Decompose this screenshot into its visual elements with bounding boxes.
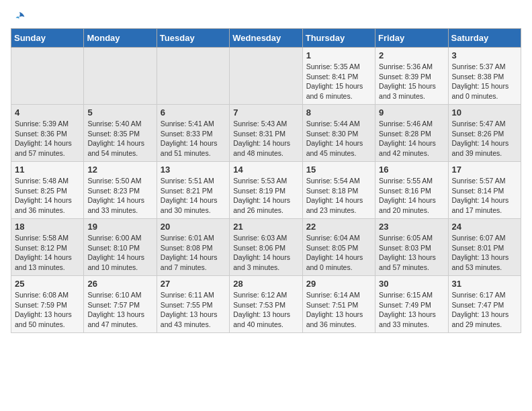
day-info: Sunrise: 5:58 AM Sunset: 8:12 PM Dayligh… [15,233,80,273]
day-number: 22 [306,222,371,232]
page: SundayMondayTuesdayWednesdayThursdayFrid… [0,0,532,340]
day-number: 26 [87,279,152,289]
week-row-1: 1Sunrise: 5:35 AM Sunset: 8:41 PM Daylig… [11,48,521,105]
day-number: 12 [87,165,152,175]
calendar-cell: 11Sunrise: 5:48 AM Sunset: 8:25 PM Dayli… [11,162,84,219]
calendar-cell: 21Sunrise: 6:03 AM Sunset: 8:06 PM Dayli… [230,219,302,276]
day-number: 10 [452,107,517,118]
calendar-cell: 8Sunrise: 5:44 AM Sunset: 8:30 PM Daylig… [302,105,375,162]
day-info: Sunrise: 6:03 AM Sunset: 8:06 PM Dayligh… [233,233,298,273]
day-info: Sunrise: 6:11 AM Sunset: 7:55 PM Dayligh… [161,290,226,330]
calendar-cell: 31Sunrise: 6:17 AM Sunset: 7:47 PM Dayli… [448,276,521,333]
day-info: Sunrise: 5:55 AM Sunset: 8:16 PM Dayligh… [379,176,444,216]
calendar-header: SundayMondayTuesdayWednesdayThursdayFrid… [11,29,521,48]
calendar-cell: 7Sunrise: 5:43 AM Sunset: 8:31 PM Daylig… [230,105,302,162]
day-info: Sunrise: 5:44 AM Sunset: 8:30 PM Dayligh… [306,119,371,158]
day-info: Sunrise: 5:48 AM Sunset: 8:25 PM Dayligh… [15,176,80,216]
day-number: 20 [161,222,226,232]
day-number: 13 [161,165,226,175]
calendar-cell: 27Sunrise: 6:11 AM Sunset: 7:55 PM Dayli… [157,276,229,333]
header [11,11,521,26]
day-info: Sunrise: 5:47 AM Sunset: 8:26 PM Dayligh… [452,119,517,158]
day-number: 15 [306,165,371,175]
day-info: Sunrise: 5:50 AM Sunset: 8:23 PM Dayligh… [87,176,152,216]
day-info: Sunrise: 6:15 AM Sunset: 7:49 PM Dayligh… [379,290,444,330]
day-number: 21 [233,222,298,232]
day-info: Sunrise: 6:04 AM Sunset: 8:05 PM Dayligh… [306,233,371,273]
day-number: 5 [87,107,152,118]
calendar-cell: 17Sunrise: 5:57 AM Sunset: 8:14 PM Dayli… [448,162,521,219]
day-info: Sunrise: 6:14 AM Sunset: 7:51 PM Dayligh… [306,290,371,330]
calendar-cell: 12Sunrise: 5:50 AM Sunset: 8:23 PM Dayli… [84,162,157,219]
day-number: 19 [87,222,152,232]
logo-icon [12,11,27,26]
calendar-cell: 9Sunrise: 5:46 AM Sunset: 8:28 PM Daylig… [375,105,448,162]
day-info: Sunrise: 5:53 AM Sunset: 8:19 PM Dayligh… [233,176,298,216]
calendar: SundayMondayTuesdayWednesdayThursdayFrid… [11,28,521,333]
calendar-body: 1Sunrise: 5:35 AM Sunset: 8:41 PM Daylig… [11,48,521,333]
calendar-cell: 6Sunrise: 5:41 AM Sunset: 8:33 PM Daylig… [157,105,229,162]
calendar-cell: 26Sunrise: 6:10 AM Sunset: 7:57 PM Dayli… [84,276,157,333]
day-info: Sunrise: 5:51 AM Sunset: 8:21 PM Dayligh… [161,176,226,216]
day-info: Sunrise: 6:07 AM Sunset: 8:01 PM Dayligh… [452,233,517,273]
day-number: 9 [379,107,444,118]
calendar-cell: 14Sunrise: 5:53 AM Sunset: 8:19 PM Dayli… [230,162,302,219]
calendar-cell: 13Sunrise: 5:51 AM Sunset: 8:21 PM Dayli… [157,162,229,219]
calendar-cell: 2Sunrise: 5:36 AM Sunset: 8:39 PM Daylig… [375,48,448,105]
day-number: 30 [379,279,444,289]
day-number: 8 [306,107,371,118]
day-info: Sunrise: 6:08 AM Sunset: 7:59 PM Dayligh… [15,290,80,330]
day-number: 31 [452,279,517,289]
calendar-cell: 23Sunrise: 6:05 AM Sunset: 8:03 PM Dayli… [375,219,448,276]
day-info: Sunrise: 5:40 AM Sunset: 8:35 PM Dayligh… [87,119,152,158]
calendar-cell: 15Sunrise: 5:54 AM Sunset: 8:18 PM Dayli… [302,162,375,219]
calendar-cell: 28Sunrise: 6:12 AM Sunset: 7:53 PM Dayli… [230,276,302,333]
day-number: 3 [452,50,517,60]
calendar-cell [84,48,157,105]
day-info: Sunrise: 5:37 AM Sunset: 8:38 PM Dayligh… [452,62,517,101]
weekday-header-friday: Friday [375,29,448,48]
week-row-4: 18Sunrise: 5:58 AM Sunset: 8:12 PM Dayli… [11,219,521,276]
day-number: 11 [15,165,80,175]
calendar-cell [157,48,229,105]
day-info: Sunrise: 6:10 AM Sunset: 7:57 PM Dayligh… [87,290,152,330]
day-number: 2 [379,50,444,60]
weekday-header-tuesday: Tuesday [157,29,229,48]
day-number: 24 [452,222,517,232]
day-info: Sunrise: 5:46 AM Sunset: 8:28 PM Dayligh… [379,119,444,158]
day-number: 23 [379,222,444,232]
day-number: 6 [161,107,226,118]
calendar-cell: 24Sunrise: 6:07 AM Sunset: 8:01 PM Dayli… [448,219,521,276]
day-number: 27 [161,279,226,289]
day-number: 14 [233,165,298,175]
calendar-cell: 3Sunrise: 5:37 AM Sunset: 8:38 PM Daylig… [448,48,521,105]
day-number: 29 [306,279,371,289]
weekday-header-saturday: Saturday [448,29,521,48]
day-info: Sunrise: 6:00 AM Sunset: 8:10 PM Dayligh… [87,233,152,273]
day-info: Sunrise: 5:39 AM Sunset: 8:36 PM Dayligh… [15,119,80,158]
calendar-cell: 10Sunrise: 5:47 AM Sunset: 8:26 PM Dayli… [448,105,521,162]
calendar-cell: 29Sunrise: 6:14 AM Sunset: 7:51 PM Dayli… [302,276,375,333]
calendar-cell: 19Sunrise: 6:00 AM Sunset: 8:10 PM Dayli… [84,219,157,276]
day-info: Sunrise: 6:01 AM Sunset: 8:08 PM Dayligh… [161,233,226,273]
weekday-header-wednesday: Wednesday [230,29,302,48]
calendar-cell: 20Sunrise: 6:01 AM Sunset: 8:08 PM Dayli… [157,219,229,276]
day-info: Sunrise: 6:12 AM Sunset: 7:53 PM Dayligh… [233,290,298,330]
weekday-row: SundayMondayTuesdayWednesdayThursdayFrid… [11,29,521,48]
day-info: Sunrise: 5:54 AM Sunset: 8:18 PM Dayligh… [306,176,371,216]
calendar-cell [230,48,302,105]
week-row-2: 4Sunrise: 5:39 AM Sunset: 8:36 PM Daylig… [11,105,521,162]
day-info: Sunrise: 5:36 AM Sunset: 8:39 PM Dayligh… [379,62,444,101]
day-number: 7 [233,107,298,118]
day-number: 1 [306,50,371,60]
day-number: 17 [452,165,517,175]
calendar-cell: 30Sunrise: 6:15 AM Sunset: 7:49 PM Dayli… [375,276,448,333]
logo [11,11,27,26]
day-number: 4 [15,107,80,118]
day-number: 25 [15,279,80,289]
calendar-cell: 25Sunrise: 6:08 AM Sunset: 7:59 PM Dayli… [11,276,84,333]
weekday-header-monday: Monday [84,29,157,48]
calendar-cell: 22Sunrise: 6:04 AM Sunset: 8:05 PM Dayli… [302,219,375,276]
calendar-cell: 18Sunrise: 5:58 AM Sunset: 8:12 PM Dayli… [11,219,84,276]
day-info: Sunrise: 5:35 AM Sunset: 8:41 PM Dayligh… [306,62,371,101]
